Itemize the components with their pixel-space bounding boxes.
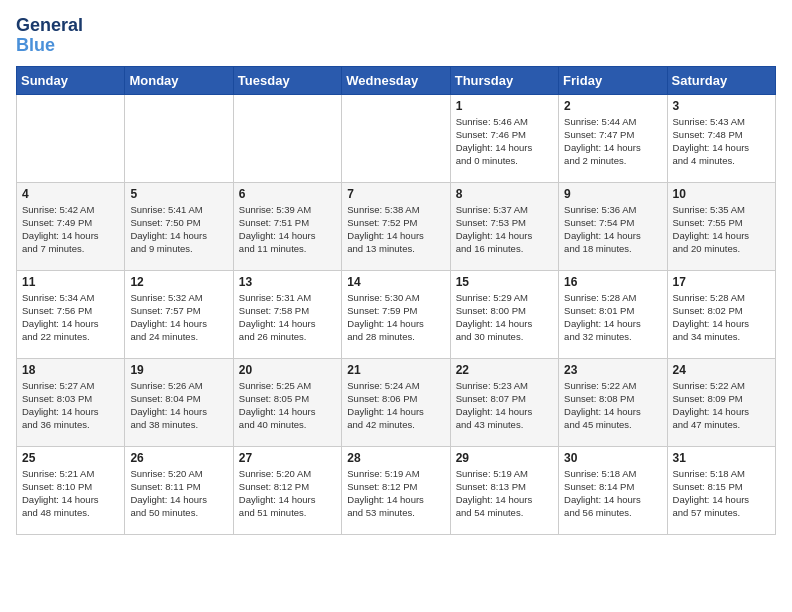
calendar-cell: 31Sunrise: 5:18 AM Sunset: 8:15 PM Dayli…	[667, 446, 775, 534]
calendar-day-header: Saturday	[667, 66, 775, 94]
calendar-cell: 1Sunrise: 5:46 AM Sunset: 7:46 PM Daylig…	[450, 94, 558, 182]
day-number: 13	[239, 275, 336, 289]
day-number: 23	[564, 363, 661, 377]
day-number: 1	[456, 99, 553, 113]
calendar-cell	[342, 94, 450, 182]
calendar-header-row: SundayMondayTuesdayWednesdayThursdayFrid…	[17, 66, 776, 94]
calendar-cell: 15Sunrise: 5:29 AM Sunset: 8:00 PM Dayli…	[450, 270, 558, 358]
calendar-day-header: Friday	[559, 66, 667, 94]
calendar-day-header: Wednesday	[342, 66, 450, 94]
calendar-cell: 21Sunrise: 5:24 AM Sunset: 8:06 PM Dayli…	[342, 358, 450, 446]
day-info: Sunrise: 5:22 AM Sunset: 8:08 PM Dayligh…	[564, 379, 661, 432]
calendar-cell: 2Sunrise: 5:44 AM Sunset: 7:47 PM Daylig…	[559, 94, 667, 182]
day-info: Sunrise: 5:27 AM Sunset: 8:03 PM Dayligh…	[22, 379, 119, 432]
day-number: 17	[673, 275, 770, 289]
calendar-day-header: Thursday	[450, 66, 558, 94]
day-info: Sunrise: 5:21 AM Sunset: 8:10 PM Dayligh…	[22, 467, 119, 520]
logo-text: GeneralBlue	[16, 16, 83, 56]
day-info: Sunrise: 5:44 AM Sunset: 7:47 PM Dayligh…	[564, 115, 661, 168]
day-info: Sunrise: 5:20 AM Sunset: 8:11 PM Dayligh…	[130, 467, 227, 520]
calendar-week-row: 1Sunrise: 5:46 AM Sunset: 7:46 PM Daylig…	[17, 94, 776, 182]
calendar-cell: 30Sunrise: 5:18 AM Sunset: 8:14 PM Dayli…	[559, 446, 667, 534]
calendar-week-row: 25Sunrise: 5:21 AM Sunset: 8:10 PM Dayli…	[17, 446, 776, 534]
logo: General Blue GeneralBlue	[16, 16, 83, 56]
day-number: 19	[130, 363, 227, 377]
day-info: Sunrise: 5:31 AM Sunset: 7:58 PM Dayligh…	[239, 291, 336, 344]
day-info: Sunrise: 5:37 AM Sunset: 7:53 PM Dayligh…	[456, 203, 553, 256]
day-number: 30	[564, 451, 661, 465]
calendar-cell: 19Sunrise: 5:26 AM Sunset: 8:04 PM Dayli…	[125, 358, 233, 446]
day-info: Sunrise: 5:35 AM Sunset: 7:55 PM Dayligh…	[673, 203, 770, 256]
calendar-cell: 3Sunrise: 5:43 AM Sunset: 7:48 PM Daylig…	[667, 94, 775, 182]
day-info: Sunrise: 5:41 AM Sunset: 7:50 PM Dayligh…	[130, 203, 227, 256]
calendar-cell: 23Sunrise: 5:22 AM Sunset: 8:08 PM Dayli…	[559, 358, 667, 446]
day-number: 10	[673, 187, 770, 201]
calendar-cell: 12Sunrise: 5:32 AM Sunset: 7:57 PM Dayli…	[125, 270, 233, 358]
day-info: Sunrise: 5:26 AM Sunset: 8:04 PM Dayligh…	[130, 379, 227, 432]
day-number: 2	[564, 99, 661, 113]
day-info: Sunrise: 5:18 AM Sunset: 8:15 PM Dayligh…	[673, 467, 770, 520]
day-number: 25	[22, 451, 119, 465]
day-info: Sunrise: 5:19 AM Sunset: 8:13 PM Dayligh…	[456, 467, 553, 520]
calendar-cell: 28Sunrise: 5:19 AM Sunset: 8:12 PM Dayli…	[342, 446, 450, 534]
day-number: 9	[564, 187, 661, 201]
calendar-cell: 24Sunrise: 5:22 AM Sunset: 8:09 PM Dayli…	[667, 358, 775, 446]
day-info: Sunrise: 5:18 AM Sunset: 8:14 PM Dayligh…	[564, 467, 661, 520]
calendar-day-header: Tuesday	[233, 66, 341, 94]
day-number: 16	[564, 275, 661, 289]
calendar-cell: 25Sunrise: 5:21 AM Sunset: 8:10 PM Dayli…	[17, 446, 125, 534]
day-number: 26	[130, 451, 227, 465]
day-number: 8	[456, 187, 553, 201]
calendar-cell: 8Sunrise: 5:37 AM Sunset: 7:53 PM Daylig…	[450, 182, 558, 270]
day-info: Sunrise: 5:28 AM Sunset: 8:02 PM Dayligh…	[673, 291, 770, 344]
day-number: 15	[456, 275, 553, 289]
calendar-cell: 26Sunrise: 5:20 AM Sunset: 8:11 PM Dayli…	[125, 446, 233, 534]
calendar-cell	[125, 94, 233, 182]
day-number: 14	[347, 275, 444, 289]
day-number: 18	[22, 363, 119, 377]
calendar-cell: 29Sunrise: 5:19 AM Sunset: 8:13 PM Dayli…	[450, 446, 558, 534]
day-info: Sunrise: 5:30 AM Sunset: 7:59 PM Dayligh…	[347, 291, 444, 344]
day-info: Sunrise: 5:24 AM Sunset: 8:06 PM Dayligh…	[347, 379, 444, 432]
calendar-cell: 14Sunrise: 5:30 AM Sunset: 7:59 PM Dayli…	[342, 270, 450, 358]
calendar-cell: 9Sunrise: 5:36 AM Sunset: 7:54 PM Daylig…	[559, 182, 667, 270]
day-number: 21	[347, 363, 444, 377]
calendar-day-header: Monday	[125, 66, 233, 94]
calendar-week-row: 11Sunrise: 5:34 AM Sunset: 7:56 PM Dayli…	[17, 270, 776, 358]
day-number: 22	[456, 363, 553, 377]
day-number: 11	[22, 275, 119, 289]
day-number: 20	[239, 363, 336, 377]
day-info: Sunrise: 5:34 AM Sunset: 7:56 PM Dayligh…	[22, 291, 119, 344]
calendar-cell: 18Sunrise: 5:27 AM Sunset: 8:03 PM Dayli…	[17, 358, 125, 446]
calendar-cell	[233, 94, 341, 182]
day-info: Sunrise: 5:43 AM Sunset: 7:48 PM Dayligh…	[673, 115, 770, 168]
calendar-cell: 27Sunrise: 5:20 AM Sunset: 8:12 PM Dayli…	[233, 446, 341, 534]
calendar-cell: 6Sunrise: 5:39 AM Sunset: 7:51 PM Daylig…	[233, 182, 341, 270]
calendar-week-row: 4Sunrise: 5:42 AM Sunset: 7:49 PM Daylig…	[17, 182, 776, 270]
day-number: 5	[130, 187, 227, 201]
day-info: Sunrise: 5:36 AM Sunset: 7:54 PM Dayligh…	[564, 203, 661, 256]
calendar-cell: 11Sunrise: 5:34 AM Sunset: 7:56 PM Dayli…	[17, 270, 125, 358]
day-number: 27	[239, 451, 336, 465]
day-number: 4	[22, 187, 119, 201]
day-number: 6	[239, 187, 336, 201]
calendar-cell: 5Sunrise: 5:41 AM Sunset: 7:50 PM Daylig…	[125, 182, 233, 270]
day-info: Sunrise: 5:29 AM Sunset: 8:00 PM Dayligh…	[456, 291, 553, 344]
day-number: 29	[456, 451, 553, 465]
day-info: Sunrise: 5:46 AM Sunset: 7:46 PM Dayligh…	[456, 115, 553, 168]
day-info: Sunrise: 5:25 AM Sunset: 8:05 PM Dayligh…	[239, 379, 336, 432]
calendar-week-row: 18Sunrise: 5:27 AM Sunset: 8:03 PM Dayli…	[17, 358, 776, 446]
day-info: Sunrise: 5:39 AM Sunset: 7:51 PM Dayligh…	[239, 203, 336, 256]
calendar-cell: 17Sunrise: 5:28 AM Sunset: 8:02 PM Dayli…	[667, 270, 775, 358]
day-info: Sunrise: 5:23 AM Sunset: 8:07 PM Dayligh…	[456, 379, 553, 432]
calendar-cell: 22Sunrise: 5:23 AM Sunset: 8:07 PM Dayli…	[450, 358, 558, 446]
calendar-cell: 7Sunrise: 5:38 AM Sunset: 7:52 PM Daylig…	[342, 182, 450, 270]
day-info: Sunrise: 5:28 AM Sunset: 8:01 PM Dayligh…	[564, 291, 661, 344]
day-info: Sunrise: 5:42 AM Sunset: 7:49 PM Dayligh…	[22, 203, 119, 256]
day-info: Sunrise: 5:32 AM Sunset: 7:57 PM Dayligh…	[130, 291, 227, 344]
day-info: Sunrise: 5:19 AM Sunset: 8:12 PM Dayligh…	[347, 467, 444, 520]
calendar-cell: 4Sunrise: 5:42 AM Sunset: 7:49 PM Daylig…	[17, 182, 125, 270]
calendar-cell: 20Sunrise: 5:25 AM Sunset: 8:05 PM Dayli…	[233, 358, 341, 446]
day-info: Sunrise: 5:38 AM Sunset: 7:52 PM Dayligh…	[347, 203, 444, 256]
calendar-cell	[17, 94, 125, 182]
